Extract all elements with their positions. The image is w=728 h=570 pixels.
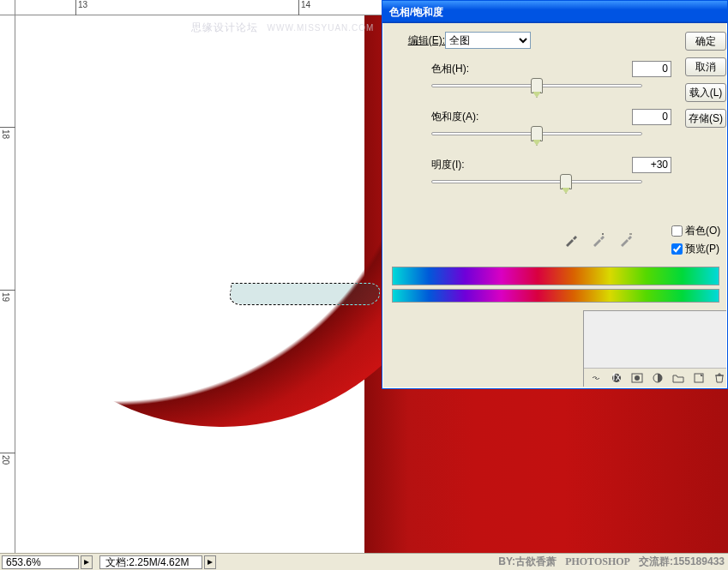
edit-select[interactable]: 全图 (445, 32, 531, 49)
doc-info[interactable]: 文档:2.25M/4.62M (99, 555, 202, 569)
link-icon[interactable] (589, 371, 603, 385)
ruler-v-label: 19 (1, 292, 9, 302)
group-label: 交流群: (639, 555, 673, 567)
hue-saturation-dialog[interactable]: 色相/饱和度 编辑(E): 全图 色相(H): 饱和度(A): 明 (382, 0, 728, 389)
colorize-label: 着色(O) (685, 224, 720, 238)
colorize-checkbox[interactable] (671, 225, 683, 237)
colorize-checkbox-row[interactable]: 着色(O) (671, 224, 726, 238)
slider-track (431, 180, 642, 183)
new-layer-icon[interactable] (692, 371, 706, 385)
dialog-titlebar[interactable]: 色相/饱和度 (382, 1, 727, 23)
folder-icon[interactable] (671, 371, 685, 385)
by-name: 古欲香萧 (515, 555, 557, 567)
cancel-button[interactable]: 取消 (685, 57, 726, 76)
hue-input[interactable] (632, 61, 671, 77)
lightness-input[interactable] (632, 157, 671, 173)
svg-point-3 (635, 375, 640, 381)
dialog-buttons: 确定 取消 载入(L) 存储(S) (685, 32, 726, 135)
mask-icon[interactable] (630, 371, 644, 385)
layers-toolbar: fx (584, 368, 726, 387)
slider-thumb[interactable] (531, 126, 543, 141)
saturation-input[interactable] (632, 109, 671, 125)
eyedropper-group (563, 232, 634, 248)
eyedropper-minus-icon[interactable] (618, 232, 634, 248)
ruler-v-label: 20 (1, 455, 9, 465)
statusbar: 653.6% ▸ 文档:2.25M/4.62M ▸ BY:古欲香萧 PHOTOS… (0, 553, 728, 570)
svg-text:fx: fx (612, 372, 620, 383)
dialog-title: 色相/饱和度 (389, 5, 443, 20)
hue-slider[interactable] (431, 78, 642, 100)
lightness-label: 明度(I): (431, 158, 502, 172)
save-button[interactable]: 存储(S) (685, 109, 726, 128)
spectrum-bar-bottom[interactable] (392, 289, 719, 303)
preview-label: 预览(P) (685, 242, 719, 256)
saturation-slider[interactable] (431, 126, 642, 148)
credits-app: PHOTOSHOP (565, 555, 630, 568)
selection-marquee[interactable] (228, 283, 382, 305)
zoom-arrow-icon[interactable]: ▸ (81, 555, 93, 569)
trash-icon[interactable] (713, 371, 726, 385)
slider-thumb[interactable] (560, 174, 572, 189)
spectrum-bar-top[interactable] (392, 267, 719, 285)
saturation-label: 饱和度(A): (431, 110, 502, 124)
ruler-corner (0, 0, 15, 15)
slider-thumb[interactable] (531, 78, 543, 93)
group-number: 155189433 (673, 555, 725, 567)
dialog-body: 编辑(E): 全图 色相(H): 饱和度(A): 明度(I): (383, 23, 726, 387)
by-label: BY: (498, 555, 515, 567)
preview-checkbox[interactable] (671, 243, 683, 255)
layers-panel[interactable]: fx (583, 310, 726, 387)
selection-fill (229, 284, 380, 304)
checkbox-group: 着色(O) 预览(P) (671, 224, 726, 260)
load-button[interactable]: 载入(L) (685, 83, 726, 102)
ruler-vertical[interactable]: 18 19 20 (0, 15, 15, 553)
ruler-v-label: 18 (1, 129, 9, 139)
credits: BY:古欲香萧 PHOTOSHOP 交流群:155189433 (498, 553, 725, 570)
lightness-slider[interactable] (431, 174, 642, 196)
ruler-h-label: 14 (301, 0, 310, 9)
eyedropper-icon[interactable] (563, 232, 579, 248)
hue-label: 色相(H): (431, 62, 502, 76)
edit-label: 编辑(E): (394, 33, 445, 48)
eyedropper-plus-icon[interactable] (591, 232, 606, 248)
adjustment-icon[interactable] (651, 371, 665, 385)
docinfo-arrow-icon[interactable]: ▸ (204, 555, 216, 569)
fx-icon[interactable]: fx (610, 371, 623, 385)
preview-checkbox-row[interactable]: 预览(P) (671, 242, 726, 256)
zoom-value[interactable]: 653.6% (2, 555, 79, 569)
ruler-h-label: 13 (78, 0, 87, 9)
ok-button[interactable]: 确定 (685, 32, 726, 51)
